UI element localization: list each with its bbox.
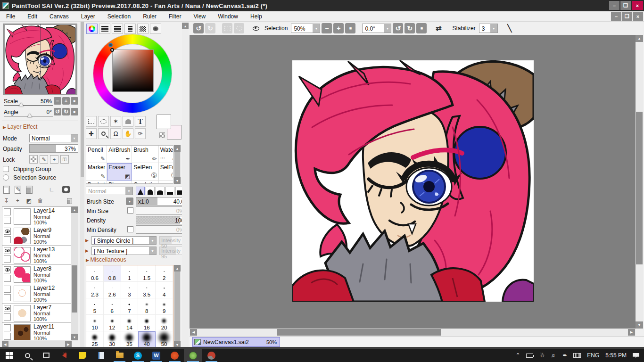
taskbar-file-explorer[interactable]: [110, 349, 129, 362]
brush-size-4[interactable]: 4: [156, 282, 173, 298]
tray-chevron-icon[interactable]: ⌃: [515, 352, 520, 359]
rect-select-tool[interactable]: [86, 116, 97, 127]
menu-window[interactable]: Window: [212, 12, 244, 21]
rotate-ccw-button[interactable]: ↺: [393, 23, 403, 33]
clock[interactable]: 5:55 PM: [605, 352, 627, 359]
scratchpad-tab[interactable]: [150, 24, 161, 34]
taskbar-skype[interactable]: S: [129, 349, 147, 362]
deselect-button[interactable]: [222, 23, 232, 33]
min-size-checkbox[interactable]: [127, 207, 133, 214]
scroll-up-icon[interactable]: ▲: [174, 265, 181, 272]
brush-size-12[interactable]: 12: [104, 315, 121, 331]
document-tab[interactable]: NewCanvas1.sai2 50%: [192, 337, 280, 347]
menu-filter[interactable]: Filter: [163, 12, 188, 21]
canvas-hscrollbar[interactable]: ◀ ▶: [190, 329, 636, 336]
volume-icon[interactable]: ♬: [551, 352, 556, 359]
taskbar-painttool-sai[interactable]: [184, 349, 202, 362]
taskbar-word[interactable]: W: [147, 349, 165, 362]
min-size-slider[interactable]: 0%: [136, 206, 187, 215]
taskbar-notepad[interactable]: [92, 349, 110, 362]
menu-edit[interactable]: Edit: [21, 12, 43, 21]
min-density-checkbox[interactable]: [127, 226, 133, 232]
brush-size-10[interactable]: 10: [86, 315, 104, 331]
expand-icon[interactable]: ▶: [85, 238, 89, 243]
invert-selection-button[interactable]: [234, 23, 244, 33]
brush-size-3[interactable]: 3: [121, 282, 139, 298]
layer-thumbnail[interactable]: [14, 324, 31, 340]
new-linework-layer-button[interactable]: ✎: [13, 185, 22, 194]
scroll-down-icon[interactable]: ▼: [174, 177, 181, 184]
scroll-up-icon[interactable]: ▲: [71, 206, 78, 213]
brush-size-3.5[interactable]: 3.5: [138, 282, 156, 298]
brush-size-25[interactable]: 25: [86, 331, 104, 348]
layer-row-layer11[interactable]: Layer11Normal100%: [2, 323, 71, 340]
layer-visibility-toggle[interactable]: [4, 305, 11, 312]
rotate-cw-button[interactable]: ↻: [405, 23, 415, 33]
taskbar-brave[interactable]: [165, 349, 184, 362]
pen-icon[interactable]: ✒: [562, 352, 567, 359]
brush-size-2[interactable]: 2: [156, 265, 173, 282]
sv-marker[interactable]: [110, 48, 114, 52]
wifi-icon[interactable]: ☃︎: [539, 352, 545, 359]
layer-visibility-toggle[interactable]: [4, 228, 11, 235]
saturation-value-square[interactable]: [112, 49, 154, 92]
layer-list-scrollbar[interactable]: ▲ ▼: [71, 206, 78, 340]
lock-paint-button[interactable]: ✎: [40, 155, 48, 164]
canvas-angle-select[interactable]: 0.0° ▼: [362, 24, 391, 33]
mdi-restore-button[interactable]: ❏: [622, 12, 632, 21]
brush-shape-select[interactable]: [ Simple Circle ] ▼: [91, 236, 157, 245]
clear-layer-button[interactable]: ◩: [25, 197, 33, 206]
rgb-slider-tab[interactable]: [99, 24, 110, 34]
layer-visibility-toggle[interactable]: [4, 208, 11, 215]
menu-layer[interactable]: Layer: [75, 12, 101, 21]
minimize-button[interactable]: –: [609, 1, 619, 10]
tool-pencil[interactable]: Pencil✎: [86, 146, 107, 163]
clipping-group-row[interactable]: Clipping Group: [3, 166, 78, 175]
brush-size-8[interactable]: 8: [138, 298, 156, 315]
tool-list-scrollbar[interactable]: ▲ ▼: [174, 145, 181, 184]
restore-button[interactable]: ❏: [620, 1, 631, 10]
taskbar-taskview[interactable]: [37, 349, 55, 362]
layer-select-checkbox[interactable]: [4, 236, 11, 243]
brush-size-40[interactable]: 40: [138, 331, 156, 348]
scroll-up-icon[interactable]: ▲: [174, 145, 181, 152]
miscellaneous-header[interactable]: Miscellaneous: [86, 256, 126, 263]
tool-eraser[interactable]: Eraser◩: [107, 163, 132, 181]
opacity-slider[interactable]: 37%: [29, 144, 78, 153]
expand-icon[interactable]: ▶: [85, 248, 89, 253]
battery-icon[interactable]: [526, 354, 533, 358]
layer-visibility-toggle[interactable]: [4, 324, 11, 331]
brush-size-50[interactable]: 50: [156, 331, 173, 348]
tool-gradati[interactable]: Gradati...▤: [132, 181, 158, 184]
edge-hard-button[interactable]: [136, 187, 145, 195]
scroll-left-icon[interactable]: ◀: [190, 329, 197, 336]
rotate-cw-button[interactable]: ↻: [62, 108, 70, 115]
brush-size-0.8[interactable]: 0.8: [104, 265, 121, 282]
lock-move-button[interactable]: +: [50, 155, 58, 164]
lock-alpha-button[interactable]: [29, 155, 38, 164]
layer-visibility-toggle[interactable]: [4, 286, 11, 293]
tool-airbrush[interactable]: AirBrush✒: [107, 146, 132, 163]
dropdown-arrow-icon[interactable]: ▼: [490, 24, 497, 33]
dropdown-arrow-icon[interactable]: ▼: [384, 24, 391, 33]
taskbar-start[interactable]: [0, 349, 18, 362]
blend-mode-select[interactable]: Normal ▼: [29, 134, 78, 142]
brush-size-1[interactable]: 1: [121, 265, 139, 282]
tool-selers[interactable]: SelErsⓈ: [159, 163, 173, 181]
menu-view[interactable]: View: [187, 12, 212, 21]
color-mixer-tab[interactable]: [124, 24, 136, 34]
layer-select-checkbox[interactable]: [4, 217, 11, 224]
stabilizer-select[interactable]: 3 ▼: [479, 24, 498, 33]
layer-thumbnail[interactable]: [14, 266, 31, 283]
dropdown-arrow-icon[interactable]: ▼: [125, 187, 132, 195]
magic-wand-tool[interactable]: ✶: [110, 116, 121, 127]
rotate-reset-button[interactable]: ■: [416, 23, 427, 33]
min-density-slider[interactable]: 0%: [136, 225, 187, 234]
shape-tool[interactable]: [123, 116, 133, 127]
menu-ruler[interactable]: Ruler: [137, 12, 163, 21]
mid-panel-scrollbar[interactable]: ▲: [182, 23, 189, 348]
taskbar-swirl-app[interactable]: [202, 349, 221, 362]
lasso-tool[interactable]: [98, 116, 109, 127]
brush-blend-select[interactable]: Normal ▼: [86, 187, 133, 195]
layer-row-layer12[interactable]: Layer12Normal100%: [2, 284, 71, 304]
